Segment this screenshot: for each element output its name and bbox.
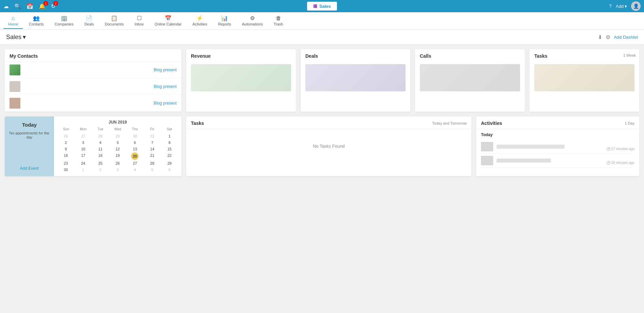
- settings-icon[interactable]: ⚙: [606, 34, 610, 40]
- add-dashlet-button[interactable]: Add Dashlet: [614, 35, 638, 40]
- cal-day[interactable]: 2: [92, 167, 109, 173]
- tasks-title: Tasks: [191, 121, 204, 126]
- nav-label-trash: Trash: [274, 22, 283, 26]
- nav-item-activities[interactable]: ⚡ Activities: [188, 13, 212, 29]
- tasks-chart-placeholder: [534, 64, 634, 91]
- no-tasks-message: No Tasks Found: [186, 129, 471, 163]
- nav-item-trash[interactable]: 🗑 Trash: [269, 13, 288, 29]
- cal-day[interactable]: 12: [109, 146, 126, 152]
- cal-day[interactable]: 1: [161, 133, 178, 139]
- cal-day[interactable]: 11: [92, 146, 109, 152]
- cal-day[interactable]: 4: [126, 167, 143, 173]
- contact-link[interactable]: Blog present: [154, 101, 177, 106]
- page-title[interactable]: Sales ▾: [6, 33, 26, 41]
- grid-icon: ⊞: [313, 3, 317, 9]
- contact-item: Blog present: [5, 62, 181, 78]
- activities-card-header: Activities 1 Day: [476, 116, 639, 129]
- cal-day[interactable]: 5: [144, 167, 161, 173]
- cal-day[interactable]: 3: [109, 167, 126, 173]
- day-header-wed: Wed: [109, 127, 126, 132]
- cal-day[interactable]: 9: [57, 146, 74, 152]
- nav-item-online-calendar[interactable]: 📅 Online Calendar: [150, 13, 186, 29]
- cal-day[interactable]: 19: [109, 152, 126, 160]
- activities-card: Activities 1 Day Today 🕐 27 minutes ago: [476, 116, 639, 176]
- notifications-icon[interactable]: 🔔 1: [39, 3, 46, 10]
- nav-bar: ⌂ Home 👥 Contacts 🏢 Companies 📄 Deals 📋 …: [0, 12, 644, 30]
- activity-time-text: 28 minutes ago: [611, 161, 634, 165]
- nav-item-deals[interactable]: 📄 Deals: [79, 13, 99, 29]
- add-button[interactable]: Add ▾: [616, 4, 627, 9]
- calendar-icon[interactable]: 📅: [26, 3, 33, 10]
- cal-day[interactable]: 27: [126, 160, 143, 166]
- cal-day[interactable]: 28: [92, 133, 109, 139]
- nav-item-reports[interactable]: 📊 Reports: [213, 13, 236, 29]
- cal-day[interactable]: 30: [57, 167, 74, 173]
- cal-day[interactable]: 7: [144, 140, 161, 146]
- calendar-card: Today No appointments for the day Add Ev…: [5, 116, 181, 176]
- deals-chart: [301, 61, 410, 96]
- sales-button-label: Sales: [319, 4, 331, 9]
- cal-day[interactable]: 26: [57, 133, 74, 139]
- companies-icon: 🏢: [61, 15, 68, 21]
- cal-day[interactable]: 4: [92, 140, 109, 146]
- revenue-chart: [186, 61, 296, 96]
- cal-day[interactable]: 2: [57, 140, 74, 146]
- cal-day[interactable]: 1: [75, 167, 92, 173]
- calendar-month-header: JUN 2019: [57, 120, 178, 125]
- cal-day[interactable]: 22: [161, 152, 178, 160]
- activity-item: 🕐 27 minutes ago: [481, 140, 634, 154]
- nav-item-home[interactable]: ⌂ Home: [3, 13, 23, 29]
- cal-day-today[interactable]: 20: [131, 152, 139, 160]
- metric-card-tasks: Tasks 1 Week: [530, 49, 639, 112]
- cal-day[interactable]: 17: [75, 152, 92, 160]
- cal-day[interactable]: 23: [57, 160, 74, 166]
- cal-day[interactable]: 26: [109, 160, 126, 166]
- cal-day[interactable]: 15: [161, 146, 178, 152]
- contact-item: Blog present: [5, 95, 181, 112]
- nav-item-contacts[interactable]: 👥 Contacts: [24, 13, 48, 29]
- cal-day[interactable]: 8: [161, 140, 178, 146]
- cal-day[interactable]: 30: [126, 133, 143, 139]
- cal-day[interactable]: 3: [75, 140, 92, 146]
- cal-day[interactable]: 10: [75, 146, 92, 152]
- my-contacts-title: My Contacts: [5, 49, 181, 62]
- activity-description: [497, 145, 565, 149]
- cal-day[interactable]: 6: [126, 140, 143, 146]
- cal-day[interactable]: 25: [92, 160, 109, 166]
- contact-link[interactable]: Blog present: [154, 84, 177, 89]
- cal-day[interactable]: 21: [144, 152, 161, 160]
- cal-day[interactable]: 27: [75, 133, 92, 139]
- user-avatar[interactable]: 👤: [631, 1, 641, 11]
- cal-day[interactable]: 28: [144, 160, 161, 166]
- sales-button[interactable]: ⊞ Sales: [307, 2, 337, 11]
- cal-day[interactable]: 16: [57, 152, 74, 160]
- help-icon[interactable]: ?: [609, 3, 612, 9]
- cloud-icon[interactable]: ☁: [3, 3, 9, 10]
- download-icon[interactable]: ⬇: [598, 34, 602, 40]
- search-icon[interactable]: 🔍: [14, 3, 21, 10]
- cal-day[interactable]: 13: [126, 146, 143, 152]
- refresh-icon[interactable]: ↻ 2: [51, 3, 55, 10]
- cal-day[interactable]: 24: [75, 160, 92, 166]
- cal-day[interactable]: 14: [144, 146, 161, 152]
- nav-item-companies[interactable]: 🏢 Companies: [50, 13, 78, 29]
- nav-item-automations[interactable]: ⚙ Automations: [237, 13, 268, 29]
- cal-day[interactable]: 29: [161, 160, 178, 166]
- cal-day[interactable]: 18: [92, 152, 109, 160]
- contact-link[interactable]: Blog present: [154, 68, 177, 72]
- cal-day[interactable]: 6: [161, 167, 178, 173]
- home-icon: ⌂: [12, 15, 15, 21]
- activity-description: [497, 159, 551, 163]
- cal-day[interactable]: 5: [109, 140, 126, 146]
- activities-title: Activities: [481, 121, 502, 126]
- tasks-card-header: Tasks Today and Tomorrow: [186, 116, 471, 129]
- inbox-icon: ☐: [137, 15, 142, 21]
- cal-day[interactable]: 31: [144, 133, 161, 139]
- tasks-metric-title: Tasks: [530, 49, 639, 61]
- nav-item-inbox[interactable]: ☐ Inbox: [130, 13, 148, 29]
- nav-item-documents[interactable]: 📋 Documents: [100, 13, 129, 29]
- cal-day[interactable]: 29: [109, 133, 126, 139]
- contact-avatar: [10, 81, 20, 92]
- add-event-button[interactable]: Add Event: [20, 166, 39, 171]
- activities-period: 1 Day: [625, 121, 634, 125]
